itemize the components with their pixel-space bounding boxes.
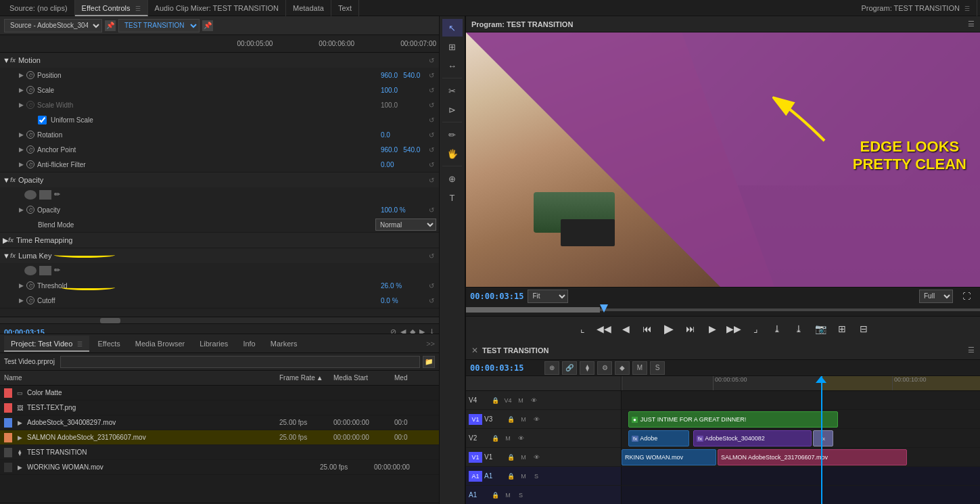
- pm-button-extra1[interactable]: ⊞: [833, 319, 851, 338]
- pm-skip-back-button[interactable]: ⏮: [638, 319, 657, 338]
- opacity-square-icon[interactable]: [39, 190, 51, 200]
- tl-ruler[interactable]: 00:00:05:00 00:00:10:00: [622, 376, 980, 391]
- project-item-salmon[interactable]: ▶ SALMON AdobeStock_231706607.mov 25.00 …: [0, 430, 439, 445]
- slip-button[interactable]: ⊳: [442, 101, 463, 118]
- program-tab-menu-icon[interactable]: ☰: [964, 1, 970, 17]
- pm-play-button[interactable]: ▶: [659, 319, 678, 338]
- cutoff-stopwatch[interactable]: ⏱: [26, 296, 34, 304]
- tl-solo-button[interactable]: S: [650, 361, 665, 375]
- track-content-v3[interactable]: ● JUST INTIME FOR A GREAT DINNER!: [622, 410, 980, 429]
- a1-lock-button[interactable]: 🔒: [505, 471, 516, 482]
- track-content-v4[interactable]: [622, 391, 980, 410]
- pm-progress-bar[interactable]: [466, 304, 980, 317]
- pm-menu-icon[interactable]: ☰: [968, 20, 975, 28]
- opacity-circle-icon[interactable]: [24, 190, 37, 200]
- transition-v2[interactable]: fx: [813, 430, 833, 446]
- threshold-stopwatch[interactable]: ⏱: [26, 281, 34, 290]
- a1-patch-button[interactable]: A1: [469, 471, 482, 482]
- v1-patch-button[interactable]: V1: [469, 452, 482, 463]
- pm-step-forward-button[interactable]: ▶▶: [724, 319, 743, 338]
- pm-skip-forward-button[interactable]: ⏭: [681, 319, 700, 338]
- scalewidth-arrow[interactable]: ▶: [19, 101, 24, 108]
- uniformscale-reset[interactable]: ↺: [427, 115, 436, 124]
- opacval-arrow[interactable]: ▶: [19, 206, 24, 213]
- opacity-header[interactable]: ▼ fx Opacity ↺: [0, 173, 439, 187]
- uniform-scale-checkbox[interactable]: [38, 116, 47, 124]
- ec-pin-button[interactable]: 📌: [105, 20, 116, 31]
- anchor-stopwatch[interactable]: ⏱: [26, 145, 34, 154]
- pm-button-extra2[interactable]: ⊟: [854, 319, 873, 338]
- tl-keyframe-button[interactable]: ◆: [615, 361, 630, 375]
- panel-expand-icon[interactable]: >>: [426, 340, 435, 348]
- a1b-solo-button[interactable]: S: [515, 490, 526, 501]
- scale-stopwatch[interactable]: ⏱: [26, 86, 34, 94]
- tab-metadata[interactable]: Metadata: [286, 0, 331, 16]
- ec-source-select[interactable]: Source - AdobeStock_30400...: [4, 19, 102, 32]
- pm-mark-out-button[interactable]: ⌟: [746, 319, 765, 338]
- a1b-mute-button[interactable]: M: [503, 490, 513, 501]
- rot-arrow[interactable]: ▶: [19, 131, 24, 138]
- cutoff-reset[interactable]: ↺: [427, 296, 436, 305]
- pm-export-frame-button[interactable]: 📷: [811, 319, 830, 338]
- v4-track-select[interactable]: V4: [503, 395, 513, 406]
- blend-mode-select[interactable]: Normal: [375, 219, 436, 231]
- zoom-button[interactable]: ⊕: [442, 170, 463, 187]
- tab-menu-icon[interactable]: ☰: [135, 1, 141, 17]
- antiflicker-reset[interactable]: ↺: [427, 160, 436, 169]
- project-item-adobestock-304[interactable]: ▶ AdobeStock_304008297.mov 25.00 fps 00:…: [0, 415, 439, 430]
- clip-salmon-v1[interactable]: SALMON AdobeStock_231706607.mov: [718, 449, 907, 465]
- timerem-arrow[interactable]: ▶: [3, 236, 8, 245]
- opacity-reset[interactable]: ↺: [427, 175, 436, 185]
- clip-just-in-time[interactable]: ● JUST INTIME FOR A GREAT DINNER!: [628, 411, 838, 428]
- project-item-color-matte[interactable]: ▭ Color Matte: [0, 386, 439, 400]
- track-content-v2[interactable]: fx Adobe fx AdobeStock_3040082 fx: [622, 429, 980, 448]
- pm-step-forward-frame-button[interactable]: ▶: [703, 319, 722, 338]
- v3-patch-button[interactable]: V1: [469, 414, 482, 425]
- tl-close-button[interactable]: ✕: [471, 346, 478, 355]
- project-tab-effects[interactable]: Effects: [91, 336, 126, 352]
- pm-fit-select[interactable]: Fit: [528, 290, 568, 303]
- track-content-a1b[interactable]: [622, 486, 980, 504]
- project-item-test-transition[interactable]: ⧫ TEST TRANSITION: [0, 445, 439, 460]
- pm-overwrite-button[interactable]: ⤓: [789, 319, 808, 338]
- project-search-input[interactable]: [60, 356, 420, 368]
- motion-reset[interactable]: ↺: [427, 55, 436, 65]
- scale-arrow[interactable]: ▶: [19, 87, 24, 93]
- tl-marker-button[interactable]: ⧫: [580, 361, 594, 375]
- pos-reset[interactable]: ↺: [427, 70, 436, 80]
- project-tab-mediabrowser[interactable]: Media Browser: [129, 336, 191, 352]
- antiflicker-stopwatch[interactable]: ⏱: [26, 160, 34, 168]
- tab-program-monitor[interactable]: Program: TEST TRANSITION ☰: [854, 0, 977, 16]
- opacval-stopwatch[interactable]: ⏱: [26, 206, 34, 214]
- opacity-pen-icon[interactable]: ✏: [54, 190, 66, 200]
- tl-linked-button[interactable]: 🔗: [562, 361, 577, 375]
- clip-adobestock-v2[interactable]: fx AdobeStock_3040082: [693, 430, 812, 446]
- a1-mute-button[interactable]: M: [518, 471, 529, 482]
- anchor-arrow[interactable]: ▶: [19, 146, 24, 153]
- type-button[interactable]: T: [442, 189, 463, 206]
- project-tab-project[interactable]: Project: Test Video ☰: [4, 336, 89, 352]
- antiflicker-arrow[interactable]: ▶: [19, 161, 24, 168]
- project-tab-info[interactable]: Info: [236, 336, 262, 352]
- threshold-arrow[interactable]: ▶: [19, 282, 24, 289]
- tl-mute-button[interactable]: M: [632, 361, 647, 375]
- ec-next-keyframe-icon[interactable]: ▶: [419, 327, 425, 334]
- lumakey-reset[interactable]: ↺: [427, 251, 436, 260]
- v3-lock-button[interactable]: 🔒: [505, 414, 516, 425]
- v3-mute-button[interactable]: M: [518, 414, 529, 425]
- v3-vis-button[interactable]: 👁: [531, 414, 542, 425]
- track-content-a1[interactable]: [622, 467, 980, 486]
- v4-mute-button[interactable]: M: [515, 395, 526, 406]
- tab-audio-clip-mixer[interactable]: Audio Clip Mixer: TEST TRANSITION: [148, 0, 286, 16]
- v2-mute-button[interactable]: M: [503, 433, 513, 444]
- project-item-test-text[interactable]: 🖼 TEST-TEXT.png: [0, 400, 439, 415]
- pm-fullscreen-button[interactable]: ⛶: [957, 287, 976, 306]
- clip-working-woman-v1[interactable]: RKING WOMAN.mov: [622, 449, 716, 465]
- tab-source[interactable]: Source: (no clips): [3, 0, 75, 16]
- v1-mute-button[interactable]: M: [518, 452, 529, 463]
- lumakey-circle-icon[interactable]: [24, 266, 37, 275]
- luma-key-header[interactable]: ▼ fx Luma Key ↺: [0, 248, 439, 263]
- a1b-lock-button[interactable]: 🔒: [490, 490, 500, 501]
- ec-horizontal-scrollbar[interactable]: [0, 317, 439, 323]
- ec-clip-select[interactable]: TEST TRANSITION - Adob...: [118, 19, 200, 32]
